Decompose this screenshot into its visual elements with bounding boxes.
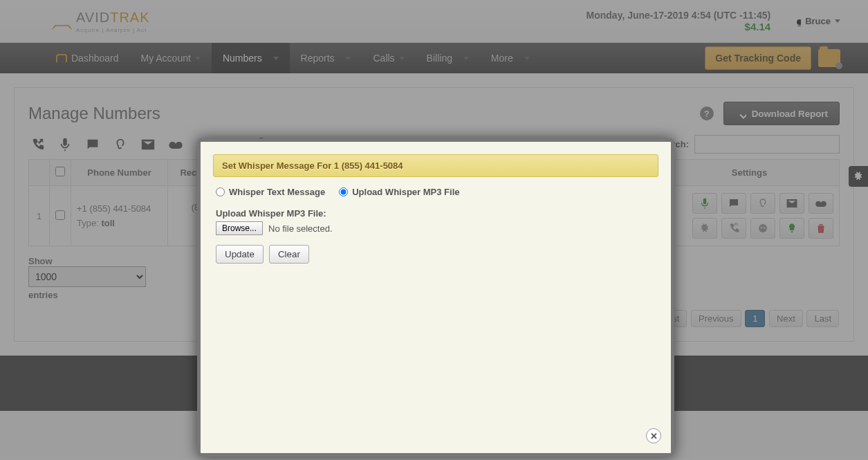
browse-button[interactable]: Browse... [216, 221, 263, 235]
update-button[interactable]: Update [216, 245, 264, 264]
radio-whisper-upload-label: Upload Whisper MP3 File [352, 187, 459, 197]
modal-close-button[interactable]: ✕ [646, 428, 661, 443]
radio-whisper-upload-input[interactable] [339, 187, 348, 196]
modal-title: Set Whisper Message For 1 (855) 441-5084 [213, 154, 658, 177]
upload-field-label: Upload Whisper MP3 File: [216, 208, 656, 219]
whisper-modal: Set Whisper Message For 1 (855) 441-5084… [197, 138, 674, 457]
file-status: No file selected. [268, 223, 333, 234]
clear-button[interactable]: Clear [269, 245, 309, 264]
radio-whisper-text-label: Whisper Text Message [229, 187, 325, 197]
radio-whisper-text[interactable]: Whisper Text Message [216, 187, 325, 197]
radio-whisper-upload[interactable]: Upload Whisper MP3 File [339, 187, 459, 197]
radio-whisper-text-input[interactable] [216, 187, 225, 196]
